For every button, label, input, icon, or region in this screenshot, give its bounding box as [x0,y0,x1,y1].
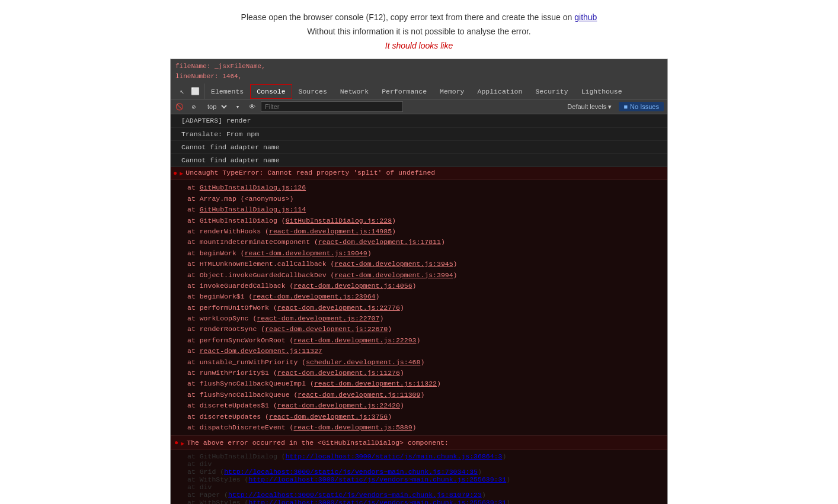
error1-message: Uncaught TypeError: Cannot read property… [185,169,435,176]
stack-line: at WithStyles (http://localhost:3000/sta… [187,476,667,483]
instruction-line3: It should looks like [12,39,826,53]
stack-line: at discreteUpdates$1 (react-dom.developm… [187,400,667,411]
cursor-icon[interactable]: ↖ [177,86,187,97]
error2-header[interactable]: ● ▶ The above error occurred in the <Git… [171,435,667,450]
stack-line: at discreteUpdates (react-dom.developmen… [187,412,667,422]
console-body: [ADAPTERS] render Translate: From npm Ca… [171,114,667,504]
stack-line: at WithStyles (http://localhost:3000/sta… [187,499,667,504]
tab-elements[interactable]: Elements [204,84,250,99]
stack-line: at mountIndeterminateComponent (react-do… [187,237,667,248]
stack-link[interactable]: http://localhost:3000/static/js/main.chu… [286,452,503,460]
stack-line: at unstable_runWithPriority (scheduler.d… [187,357,667,368]
top-instructions: Please open the browser console (F12), c… [0,0,838,59]
tab-sources[interactable]: Sources [292,84,334,99]
topbar-line1: fileName: _jsxFileName, [175,62,663,72]
tab-performance[interactable]: Performance [375,84,433,99]
stack-link[interactable]: react-dom.development.js:4056 [293,282,412,290]
stack-link[interactable]: react-dom.development.js:11276 [277,369,400,377]
stack-link[interactable]: GitHubInstallDialog.js:126 [200,184,306,191]
devtools-icons: ↖ ⬜ [173,84,204,99]
stack-link[interactable]: react-dom.development.js:22293 [293,336,416,344]
stack-link[interactable]: react-dom.development.js:23964 [252,293,375,300]
stack-line: at HTMLUnknownElement.callCallback (reac… [187,259,667,269]
console-line: Translate: From npm [171,128,667,141]
stack-link[interactable]: scheduler.development.js:468 [306,358,420,366]
devtools-window: fileName: _jsxFileName, lineNumber: 1464… [170,59,668,504]
error1-body: at GitHubInstallDialog.js:126 at Array.m… [171,180,667,435]
stack-line: at GitHubInstallDialog.js:126 [187,182,667,193]
block-icon[interactable]: 🚫 [174,101,185,112]
no-issues-button[interactable]: ■ No Issues [619,102,664,111]
topbar-line2: lineNumber: 1464, [175,72,663,82]
tab-lighthouse[interactable]: Lighthouse [575,84,629,99]
stack-link[interactable]: react-dom.development.js:14985 [269,227,392,235]
stack-line: at div [187,483,667,491]
device-icon[interactable]: ⬜ [190,86,200,97]
filter-input[interactable] [261,101,403,112]
stack-line: at renderWithHooks (react-dom.developmen… [187,226,667,237]
console-line: Cannot find adapter name [171,141,667,154]
stack-line: at div [187,460,667,468]
context-select[interactable]: top [203,102,229,111]
stack-link[interactable]: react-dom.development.js:11327 [200,347,322,355]
stack-line: at performSyncWorkOnRoot (react-dom.deve… [187,335,667,346]
stack-line: at beginWork$1 (react-dom.development.js… [187,291,667,302]
stack-line: at GitHubInstallDialog (GitHubInstallDia… [187,216,667,226]
stack-link[interactable]: react-dom.development.js:3756 [269,413,388,420]
stack-line: at dispatchDiscreteEvent (react-dom.deve… [187,422,667,433]
default-levels-button[interactable]: Default levels ▾ [564,102,615,112]
stack-line: at Paper (http://localhost:3000/static/j… [187,491,667,499]
stack-link[interactable]: react-dom.development.js:17811 [318,238,441,246]
stack-link[interactable]: react-dom.development.js:22670 [265,325,388,333]
stack-line: at renderRootSync (react-dom.development… [187,324,667,335]
no-issues-label: No Issues [630,103,659,110]
instruction-line2: Without this information it is not possi… [12,25,826,39]
stack-link[interactable]: react-dom.development.js:22776 [277,304,400,312]
console-line: [ADAPTERS] render [171,114,667,127]
stack-line: at Array.map (<anonymous>) [187,194,667,204]
tab-console[interactable]: Console [250,84,292,99]
stack-line: at GitHubInstallDialog (http://localhost… [187,452,667,460]
stack-line: at GitHubInstallDialog.js:114 [187,204,667,215]
stack-link[interactable]: react-dom.development.js:11309 [298,391,420,399]
stack-line: at performUnitOfWork (react-dom.developm… [187,303,667,313]
stack-line: at Object.invokeGuardedCallbackDev (reac… [187,270,667,281]
tab-memory[interactable]: Memory [433,84,471,99]
error2-message: The above error occurred in the <GitHubI… [187,439,449,447]
stack-link[interactable]: GitHubInstallDialog.js:114 [200,206,306,213]
stack-link[interactable]: http://localhost:3000/static/js/vendors~… [249,499,507,504]
stack-line: at beginWork (react-dom.development.js:1… [187,248,667,259]
stack-line: at invokeGuardedCallback (react-dom.deve… [187,281,667,291]
tab-application[interactable]: Application [471,84,529,99]
devtools-tabs: ↖ ⬜ Elements Console Sources Network Per… [171,84,667,99]
stack-link[interactable]: react-dom.development.js:22707 [257,314,379,322]
error1-header[interactable]: ● ▶ Uncaught TypeError: Cannot read prop… [171,167,667,180]
stack-line: at flushSyncCallbackQueueImpl (react-dom… [187,378,667,389]
stack-link[interactable]: http://localhost:3000/static/js/vendors~… [249,476,507,483]
stack-line: at runWithPriority$1 (react-dom.developm… [187,368,667,378]
tab-security[interactable]: Security [529,84,574,99]
console-line: Cannot find adapter name [171,154,667,167]
error2-expand-icon: ▶ [181,440,184,447]
stack-link[interactable]: react-dom.development.js:11322 [314,380,437,387]
tab-network[interactable]: Network [334,84,375,99]
stack-link[interactable]: react-dom.development.js:3945 [334,260,453,268]
devtools-topbar: fileName: _jsxFileName, lineNumber: 1464… [171,59,667,84]
stack-link[interactable]: react-dom.development.js:22420 [277,402,400,409]
stack-link[interactable]: http://localhost:3000/static/js/vendors~… [224,468,478,476]
stack-link[interactable]: http://localhost:3000/static/js/vendors~… [228,491,482,499]
eye-icon[interactable]: 👁 [247,101,257,112]
error-dot: ● [173,169,177,178]
no-issues-icon: ■ [623,103,628,110]
stack-link[interactable]: react-dom.development.js:19049 [245,249,367,257]
stack-link[interactable]: react-dom.development.js:3994 [334,271,453,279]
github-link[interactable]: github [574,12,597,22]
instruction-line1: Please open the browser console (F12), c… [12,11,826,25]
stack-line: at Grid (http://localhost:3000/static/js… [187,468,667,476]
triangle-down-icon[interactable]: ▾ [232,101,243,112]
stack-link[interactable]: react-dom.development.js:5889 [293,423,412,431]
stack-line: at react-dom.development.js:11327 [187,346,667,357]
circle-slash-icon[interactable]: ⊘ [188,101,199,112]
error-expand-icon: ▶ [180,170,183,177]
stack-link[interactable]: GitHubInstallDialog.js:228 [286,217,392,224]
